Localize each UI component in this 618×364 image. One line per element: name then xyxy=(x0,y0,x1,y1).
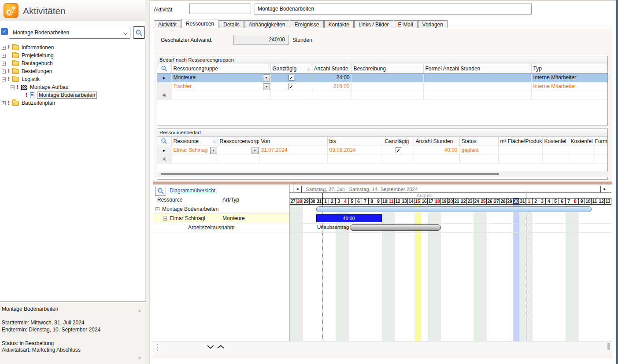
column-header[interactable]: Beschreibung xyxy=(352,64,423,73)
expand-icon[interactable]: + xyxy=(2,70,6,74)
table-row[interactable]: ►Elmar Schinag▼▼31.07.202409.08.2024✓40:… xyxy=(157,146,607,154)
tree-item-projektleitung[interactable]: +Projektleitung xyxy=(0,51,145,59)
dropdown-button[interactable]: ▼ xyxy=(263,83,270,90)
collapse-icon[interactable]: − xyxy=(11,85,15,89)
new-row[interactable]: ✳ xyxy=(157,154,607,163)
work-bar[interactable]: 40:00 xyxy=(316,214,382,222)
row-selector[interactable] xyxy=(157,82,171,91)
tab-ressourcen[interactable]: Ressourcen xyxy=(181,19,218,28)
cell-beschreibung[interactable] xyxy=(352,73,423,82)
tab-links-bilder[interactable]: Links / Bilder xyxy=(354,20,393,28)
expand-icon[interactable]: + xyxy=(2,101,6,105)
new-row[interactable]: ✳ xyxy=(157,91,607,99)
scrollbar-thumb[interactable] xyxy=(161,173,499,175)
tree-item-informationen[interactable]: +!Informationen xyxy=(0,44,145,51)
column-header[interactable]: Ressourcenvorga xyxy=(218,137,259,146)
checkbox-checked[interactable]: ✓ xyxy=(396,147,401,153)
tree-item-montage-bodenarbeiten[interactable]: !Montage Bodenarbeiten xyxy=(0,91,145,99)
search-button[interactable] xyxy=(133,26,145,39)
collapse-button[interactable] xyxy=(207,344,215,350)
dropdown-button[interactable]: ▼ xyxy=(252,147,259,154)
column-header[interactable]: Kostenfel xyxy=(569,137,593,146)
cell-anzahl-stunden[interactable]: 40:00 xyxy=(414,146,459,154)
scroll-down-icon[interactable]: ▼ xyxy=(137,355,142,362)
cell-ganztaegig[interactable]: ✓ xyxy=(270,73,312,82)
table-row[interactable]: ►Monteure▼✓24:00Interne Mitarbeiter xyxy=(157,73,607,82)
checkbox-checked[interactable]: ✓ xyxy=(289,84,294,89)
cell-von[interactable]: 31.07.2024 xyxy=(259,146,327,154)
estimated-effort-field[interactable]: 240:00 xyxy=(233,35,289,45)
search-column-header[interactable] xyxy=(157,137,171,146)
checkbox-checked[interactable]: ✓ xyxy=(289,75,294,81)
activity-name-input[interactable]: Montage Bodenarbeiten xyxy=(255,4,532,15)
drag-handle-icon[interactable]: ••• xyxy=(155,342,160,350)
cell-ressource[interactable]: Elmar Schinag▼ xyxy=(171,146,218,154)
column-header[interactable]: bis xyxy=(327,137,383,146)
tab-aktivit-t[interactable]: Aktivität xyxy=(154,20,181,28)
tab-details[interactable]: Details xyxy=(219,20,244,28)
column-header[interactable]: Status xyxy=(459,137,498,146)
collapse-icon[interactable]: − xyxy=(2,77,6,81)
column-header[interactable]: Kostenfel xyxy=(542,137,569,146)
column-header[interactable]: Ressource△ xyxy=(171,137,218,146)
cell-typ[interactable]: Interne Mitarbeiter xyxy=(531,82,607,91)
cell-ganztaegig[interactable]: ✓ xyxy=(270,82,312,91)
column-header[interactable]: Von xyxy=(259,137,327,146)
cell-ressourcengruppe[interactable]: Tischler▼ xyxy=(171,82,270,91)
tree-item-bautagebuch[interactable]: +Bautagebuch xyxy=(0,59,145,67)
mini-scrollbar-thumb[interactable] xyxy=(607,343,610,350)
diagram-overview-link[interactable]: Diagrammübersicht xyxy=(170,188,215,194)
column-header[interactable]: Ganztägig△ xyxy=(270,64,312,73)
search-column-header[interactable] xyxy=(157,64,171,73)
diagram-zoom-button[interactable] xyxy=(155,186,166,196)
cell-kostenfeld1[interactable] xyxy=(542,146,569,154)
column-header[interactable]: m² Fläche/Produk xyxy=(498,137,542,146)
activity-span-bar[interactable] xyxy=(316,206,592,212)
cell-formel[interactable] xyxy=(423,73,531,82)
tab-abh-ngigkeiten[interactable]: Abhängigkeiten xyxy=(244,20,290,28)
tree-item-bestellungen[interactable]: +!Bestellungen xyxy=(0,67,145,75)
tab-vorlagen[interactable]: Vorlagen xyxy=(418,20,448,28)
tree-item-bauzeitenplan[interactable]: +!Bauzeitenplan xyxy=(0,99,145,107)
cell-formel[interactable] xyxy=(423,82,531,91)
gantt-row-elmar-schinagl[interactable]: −Elmar SchinaglMonteure xyxy=(153,214,289,223)
tab-kontakte[interactable]: Kontakte xyxy=(324,20,354,28)
cell-typ[interactable]: Interne Mitarbeiter xyxy=(531,73,607,82)
dropdown-button[interactable]: ▼ xyxy=(210,147,217,154)
collapse-icon[interactable]: − xyxy=(155,207,159,211)
search-combobox[interactable]: Montage Bodenarbeiten xyxy=(9,27,130,39)
horizontal-splitter[interactable] xyxy=(153,181,612,184)
collapse-icon[interactable]: − xyxy=(163,217,167,221)
tab-e-mail[interactable]: E-Mail xyxy=(394,20,418,28)
absence-bar[interactable] xyxy=(350,224,441,231)
cell-anzahl-stunden[interactable]: 216:00 xyxy=(312,82,352,91)
expand-icon[interactable]: + xyxy=(2,46,6,50)
dropdown-button[interactable]: ▼ xyxy=(263,74,270,81)
table-row[interactable]: Tischler▼✓216:00Interne Mitarbeiter xyxy=(157,82,607,91)
gantt-row-montage-bodenarbeiten[interactable]: −Montage Bodenarbeiten xyxy=(153,205,289,214)
horizontal-scrollbar[interactable] xyxy=(157,171,608,177)
tab-ereignisse[interactable]: Ereignisse xyxy=(290,20,323,28)
cell-status[interactable]: geplant xyxy=(459,146,498,154)
cell-ressourcengruppe[interactable]: Monteure▼ xyxy=(171,73,270,82)
activity-number-input[interactable] xyxy=(189,4,251,14)
row-selector[interactable]: ► xyxy=(157,73,171,82)
column-header[interactable]: Ressourcengruppe xyxy=(171,64,270,73)
expand-icon[interactable]: + xyxy=(2,54,6,58)
cell-formel[interactable] xyxy=(593,146,607,154)
gantt-row-arbeitszeitausnahm[interactable]: Arbeitszeitausnahm xyxy=(153,223,289,232)
cell-ganztaegig[interactable]: ✓ xyxy=(383,146,414,154)
cell-beschreibung[interactable] xyxy=(352,82,423,91)
vertical-splitter[interactable] xyxy=(145,0,150,364)
column-header[interactable]: Ganztägig xyxy=(383,137,414,146)
tree-item-montage-aufbau[interactable]: −!Montage Aufbau xyxy=(0,83,145,91)
row-selector[interactable]: ► xyxy=(157,146,171,154)
expand-icon[interactable]: + xyxy=(2,62,6,66)
cell-flaeche[interactable] xyxy=(498,146,542,154)
column-header[interactable]: Anzahl Stunden xyxy=(414,137,459,146)
column-header[interactable]: Formel Anzahl Stunden xyxy=(423,64,531,73)
cell-anzahl-stunden[interactable]: 24:00 xyxy=(312,73,352,82)
scroll-up-icon[interactable]: ▲ xyxy=(137,307,142,314)
cell-bis[interactable]: 09.08.2024 xyxy=(327,146,383,154)
column-header[interactable]: Typ xyxy=(531,64,607,73)
